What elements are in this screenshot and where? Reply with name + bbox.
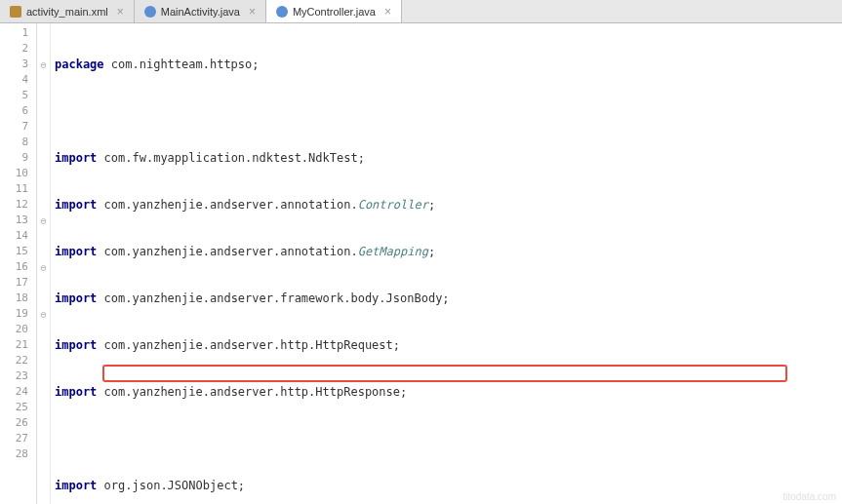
line-num: 4 (0, 72, 28, 88)
tab-activity-main[interactable]: activity_main.xml × (0, 0, 135, 22)
tab-my-controller[interactable]: MyController.java × (266, 0, 402, 22)
watermark: titodata.com (783, 491, 836, 502)
line-num: 8 (0, 135, 28, 150)
line-num: 6 (0, 103, 28, 119)
tab-label: MainActivity.java (161, 6, 240, 18)
close-icon[interactable]: × (117, 5, 124, 19)
fold-column: ⊖ ⊖ ⊖ ⊖ (37, 23, 51, 504)
code-area[interactable]: package com.nightteam.httpso; import com… (51, 23, 842, 504)
line-num: 11 (0, 181, 28, 197)
close-icon[interactable]: × (249, 5, 256, 19)
line-num: 17 (0, 275, 28, 291)
line-num: 5 (0, 88, 28, 103)
line-num: 20 (0, 322, 28, 337)
line-num: 16 (0, 259, 28, 275)
java-icon (276, 6, 288, 18)
line-num: 9 (0, 150, 28, 166)
line-num: 1 (0, 25, 28, 41)
java-icon (144, 6, 156, 18)
fold-icon[interactable]: ⊖ (37, 259, 50, 275)
line-num: 25 (0, 400, 28, 415)
line-num: 27 (0, 431, 28, 446)
line-num: 12 (0, 197, 28, 213)
fold-icon[interactable]: ⊖ (37, 57, 50, 72)
line-num: 28 (0, 446, 28, 462)
tab-label: MyController.java (293, 6, 376, 18)
line-num: 10 (0, 166, 28, 181)
line-num: 24 (0, 384, 28, 400)
line-num: 14 (0, 228, 28, 244)
fold-icon[interactable]: ⊖ (37, 306, 50, 322)
line-num: 23 (0, 368, 28, 384)
close-icon[interactable]: × (384, 5, 391, 19)
line-num: 18 (0, 291, 28, 306)
line-num: 21 (0, 337, 28, 353)
tab-label: activity_main.xml (26, 6, 108, 18)
line-num: 13 (0, 213, 28, 228)
editor-tabs: activity_main.xml × MainActivity.java × … (0, 0, 842, 23)
line-num: 3 (0, 57, 28, 72)
annotation-box (102, 365, 787, 382)
line-num: 2 (0, 41, 28, 57)
xml-icon (10, 6, 21, 18)
line-num: 7 (0, 119, 28, 135)
line-num: 19 (0, 306, 28, 322)
line-num: 15 (0, 244, 28, 259)
line-num: 22 (0, 353, 28, 368)
code-editor[interactable]: 1 2 3 4 5 6 7 8 9 10 11 12 13 14 15 16 1… (0, 23, 842, 504)
line-num: 26 (0, 415, 28, 431)
tab-main-activity[interactable]: MainActivity.java × (135, 0, 266, 22)
fold-icon[interactable]: ⊖ (37, 213, 50, 228)
line-gutter: 1 2 3 4 5 6 7 8 9 10 11 12 13 14 15 16 1… (0, 23, 37, 504)
